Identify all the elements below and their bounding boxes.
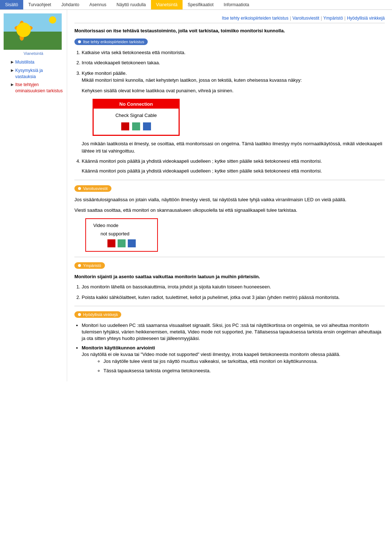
monitor-box: No Connection Check Signal Cable [93,99,180,136]
sub-tip-2: Tässä tapauksessa tarkista ongelma tieto… [103,368,385,374]
badge-tarkistus-label: Itse tehty erikoispiirteiden tarkistus [83,40,144,44]
intro-text: Monitorissasi on itse tehtävä testaustoi… [74,28,385,34]
step-3-note2: Kehyksen sisällä olevat kolme laatikkoa … [82,87,385,94]
sidebar-item-muistilista-label: Muistilista [15,59,34,65]
step-3-text: Kytke monitori päälle. [82,70,127,76]
arrow-icon: ▶ [11,68,14,73]
sidebar-item-tarkistus-label: Itse tehtyjen ominaisuuksien tarkistus [15,82,63,94]
secondary-navigation: Itse tehty erikoispiirteiden tarkistus |… [74,13,385,23]
badge-dot [78,187,81,190]
tip-item-2-header: Monitorin käyttökunnon arviointi [82,345,155,351]
tip-item-1: Monitori luo uudelleen PC :stä saamansa … [82,322,385,342]
environment-list: Jos monitorin lähellä on bassokaiuttimia… [82,284,385,300]
divider-2 [74,257,385,257]
sidebar-item-kysymyksia-label: Kysymyksiä ja vastauksia [15,68,63,80]
video-mode-box: Video mode not supported [85,218,158,252]
badge-varoitusviestit-label: Varoitusviestit [83,186,108,191]
tip-item-2: Monitorin käyttökunnon arviointi Jos näy… [82,345,385,374]
nav-vianetsinta[interactable]: Vianetsintä [151,0,183,9]
main-content: Itse tehty erikoispiirteiden tarkistus |… [67,10,392,381]
sidebar-item-tarkistus[interactable]: ▶ Itse tehtyjen ominaisuuksien tarkistus [11,82,63,94]
env-item-1: Jos monitorin lähellä on bassokaiuttimia… [82,284,385,290]
step-4a: Käännä monitori pois päältä ja yhdistä v… [82,158,322,164]
badge-ymparisto-label: Ympäristö [83,263,101,268]
arrow-icon: ▶ [11,60,14,65]
sidebar-thumbnail-label: Vianetsintä [4,51,63,56]
vm-square-green [118,239,126,247]
secondary-nav-item-4[interactable]: Hyödyllisiä vinkkejä [347,16,385,21]
page-layout: Vianetsintä ▶ Muistilista ▶ Kysymyksiä j… [0,10,392,381]
step-3-note1: Mikäli monitori toimii kunnolla, näet ke… [82,77,385,84]
sub-tips-list: Jos näytölle tulee viesti tai jos näyttö… [103,358,385,374]
step-3-note3: Jos mikään laatikoista ei ilmesty, se os… [82,140,385,154]
secondary-nav-item-2[interactable]: Varoitusviestit [293,16,319,21]
tip-item-2-text: Jos näytöllä ei ole kuvaa tai "Video mod… [82,352,340,357]
nav-separator: | [290,16,291,21]
step-1: Katkaise virta sekä tietokoneesta että m… [82,49,385,56]
monitor-box-subtitle: Check Signal Cable [98,112,174,119]
nav-spesifikaatiot[interactable]: Spesifikaatiot [183,0,219,9]
secondary-nav-item-1[interactable]: Itse tehty erikoispiirteiden tarkistus [222,16,288,21]
nav-sisalto[interactable]: Sisältö [0,0,23,9]
vm-square-blue [128,239,136,247]
sidebar-thumbnail [4,13,62,50]
nav-asennus[interactable]: Asennus [84,0,111,9]
sidebar-item-kysymyksia[interactable]: ▶ Kysymyksiä ja vastauksia [11,68,63,80]
badge-tarkistus: Itse tehty erikoispiirteiden tarkistus [74,39,148,45]
tips-list: Monitori luo uudelleen PC :stä saamansa … [82,322,385,374]
arrow-icon: ▶ [11,82,14,87]
sidebar-item-muistilista[interactable]: ▶ Muistilista [11,59,63,65]
steps-list: Katkaise virta sekä tietokoneesta että m… [82,49,385,175]
video-mode-text-2: not supported [90,231,154,236]
step-3: Kytke monitori päälle. Mikäli monitori t… [82,70,385,155]
nav-separator: | [344,16,346,21]
nav-informaatiota[interactable]: Informaatiota [219,0,254,9]
env-item-2: Poista kaikki sähkölaitteet, kuten radio… [82,294,385,301]
divider-3 [74,306,385,306]
square-green [132,122,140,130]
badge-vinkkeja: Hyödyllisiä vinkkejä [74,311,121,318]
badge-dot [78,40,81,43]
badge-vinkkeja-label: Hyödyllisiä vinkkejä [83,312,118,317]
vm-square-red [107,239,115,247]
nav-turvaohjeet[interactable]: Turvaohjeet [23,0,56,9]
badge-varoitusviestit: Varoitusviestit [74,185,111,192]
environment-bold-text: Monitorin sijainti ja asento saattaa vai… [74,273,385,280]
square-red [121,122,129,130]
badge-ymparisto: Ympäristö [74,262,105,269]
video-mode-squares [90,239,154,247]
step-4: Käännä monitori pois päältä ja yhdistä v… [82,158,385,175]
monitor-box-title: No Connection [94,100,179,109]
square-blue [143,122,151,130]
sidebar: Vianetsintä ▶ Muistilista ▶ Kysymyksiä j… [0,10,67,381]
monitor-box-squares [98,122,174,130]
step-4b: Käännä monitori pois päältä ja yhdistä v… [82,167,385,175]
video-mode-text-1: Video mode [90,223,154,228]
nav-separator: | [321,16,322,21]
badge-dot [78,313,81,316]
nav-naytto[interactable]: Näyttö ruudulla [111,0,151,9]
nav-johdanto[interactable]: Johdanto [56,0,84,9]
top-navigation: Sisältö Turvaohjeet Johdanto Asennus Näy… [0,0,392,10]
divider-1 [74,180,385,180]
warning-text-2: Viesti saattaa osoittaa, että monitori o… [74,207,385,214]
step-2: Irrota videokaapeli tietokoneen takaa. [82,60,385,66]
warning-text-1: Jos sisääntulosignaalissa on jotain vial… [74,196,385,203]
sidebar-navigation: ▶ Muistilista ▶ Kysymyksiä ja vastauksia… [11,59,63,94]
sub-tip-1: Jos näytölle tulee viesti tai jos näyttö… [103,358,385,365]
secondary-nav-item-3[interactable]: Ympäristö [323,16,343,21]
badge-dot [78,264,81,267]
